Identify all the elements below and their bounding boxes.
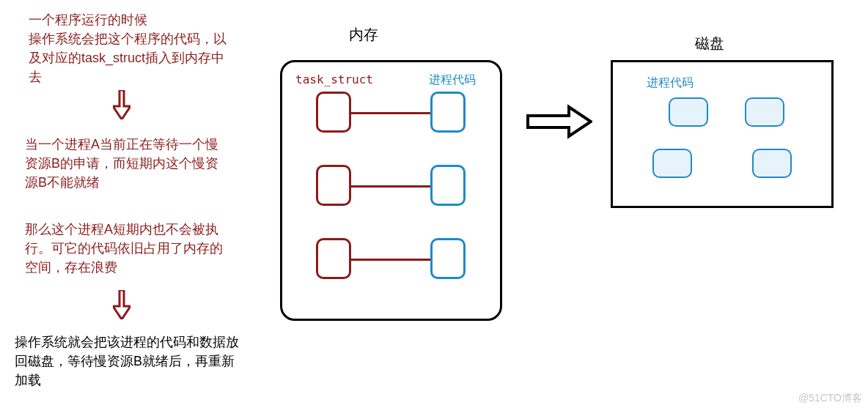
proc-code-cell (430, 238, 466, 279)
watermark: @51CTO博客 (798, 392, 862, 405)
proc-code-cell (430, 165, 466, 206)
down-arrow-icon (113, 90, 130, 119)
memory-box: task_struct 进程代码 (280, 60, 502, 321)
right-arrow-icon (526, 104, 592, 139)
disk-title: 磁盘 (695, 34, 724, 53)
proc-code-label: 进程代码 (429, 73, 476, 88)
disk-proc-code-label: 进程代码 (647, 75, 694, 91)
task-struct-cell (316, 238, 351, 279)
link-line (351, 112, 430, 114)
disk-box: 进程代码 (611, 60, 834, 208)
memory-title: 内存 (349, 25, 378, 45)
explain-para-4: 操作系统就会把该进程的代码和数据放回磁盘，等待慢资源B就绪后，再重新加载 (15, 333, 243, 390)
disk-block (745, 97, 784, 127)
explain-para-2: 当一个进程A当前正在等待一个慢资源B的申请，而短期内这个慢资源B不能就绪 (25, 135, 230, 192)
task-struct-label: task_struct (295, 73, 373, 86)
link-line (351, 185, 430, 188)
down-arrow-icon (113, 290, 130, 319)
task-struct-cell (316, 92, 351, 133)
disk-block (752, 149, 792, 178)
link-line (351, 259, 430, 261)
disk-block (669, 97, 708, 127)
disk-block (652, 149, 692, 178)
task-struct-cell (316, 165, 351, 206)
explain-para-1: 一个程序运行的时候 操作系统会把这个程序的代码，以及对应的task_struct… (29, 10, 234, 86)
proc-code-cell (430, 92, 466, 133)
explain-para-3: 那么这个进程A短期内也不会被执行。可它的代码依旧占用了内存的空间，存在浪费 (25, 220, 230, 277)
